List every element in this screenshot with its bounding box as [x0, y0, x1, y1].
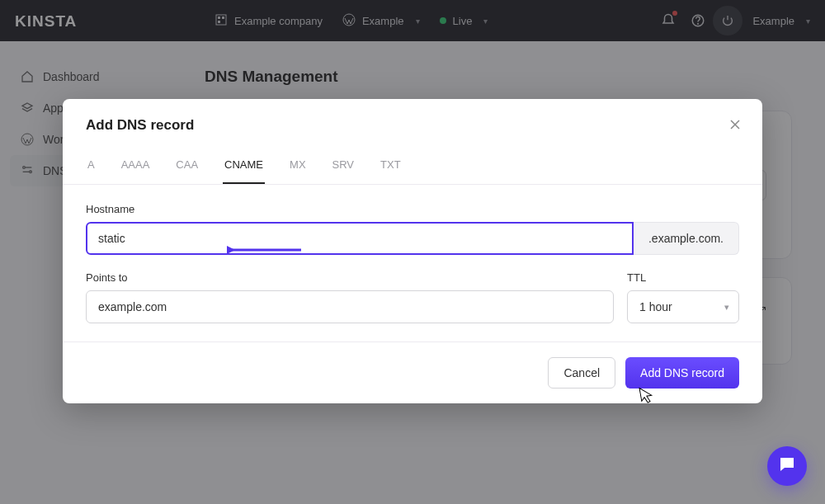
- add-dns-record-modal: Add DNS record A AAAA CAA CNAME MX SRV T…: [63, 99, 762, 403]
- tab-label: AAAA: [121, 158, 150, 171]
- tab-label: MX: [290, 158, 306, 171]
- cancel-button[interactable]: Cancel: [548, 357, 615, 389]
- chat-launcher[interactable]: [767, 446, 807, 486]
- tab-mx[interactable]: MX: [288, 158, 308, 184]
- ttl-select[interactable]: [627, 290, 739, 323]
- tab-label: A: [87, 158, 95, 171]
- add-dns-record-button[interactable]: Add DNS record: [625, 357, 739, 389]
- tab-srv[interactable]: SRV: [331, 158, 356, 184]
- tab-label: CAA: [176, 158, 198, 171]
- ttl-label: TTL: [627, 271, 739, 284]
- hostname-label: Hostname: [86, 203, 739, 215]
- pointsto-input[interactable]: [86, 290, 614, 323]
- tab-label: SRV: [332, 158, 355, 171]
- tab-label: TXT: [380, 158, 401, 171]
- close-icon: [729, 119, 741, 134]
- tab-label: CNAME: [224, 158, 263, 171]
- pointsto-label: Points to: [86, 271, 614, 284]
- close-button[interactable]: [726, 117, 744, 135]
- tab-aaaa[interactable]: AAAA: [120, 158, 152, 184]
- modal-backdrop[interactable]: Add DNS record A AAAA CAA CNAME MX SRV T…: [0, 0, 825, 504]
- modal-title: Add DNS record: [86, 117, 739, 134]
- tab-txt[interactable]: TXT: [379, 158, 403, 184]
- tab-cname[interactable]: CNAME: [223, 158, 265, 184]
- domain-suffix: .example.com.: [634, 222, 739, 255]
- tab-a[interactable]: A: [86, 158, 97, 184]
- button-label: Cancel: [563, 366, 600, 379]
- button-label: Add DNS record: [640, 366, 724, 379]
- tab-caa[interactable]: CAA: [174, 158, 200, 184]
- chat-icon: [777, 455, 797, 478]
- hostname-input[interactable]: [86, 222, 634, 255]
- record-type-tabs: A AAAA CAA CNAME MX SRV TXT: [63, 140, 762, 185]
